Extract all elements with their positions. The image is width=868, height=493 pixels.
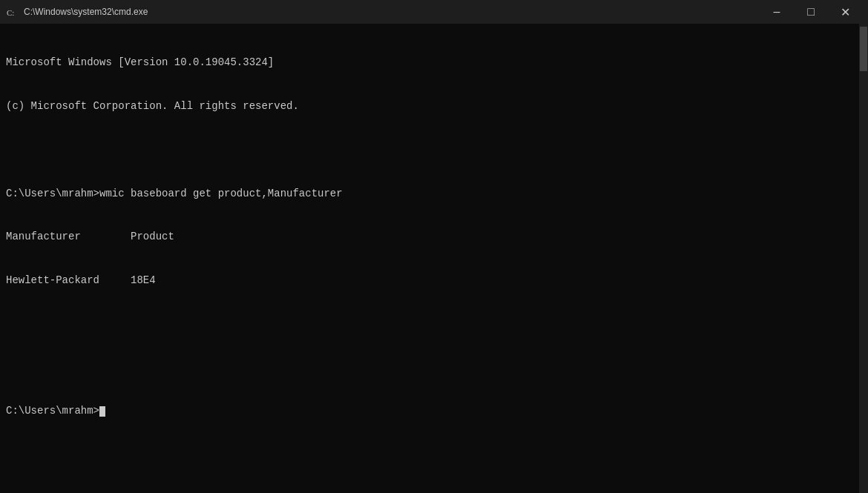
- vertical-scrollbar[interactable]: [859, 24, 868, 493]
- prompt-text: C:\Users\mrahm>: [6, 405, 99, 417]
- prompt-line: C:\Users\mrahm>: [6, 404, 853, 419]
- content-area: Microsoft Windows [Version 10.0.19045.33…: [0, 24, 868, 493]
- output-line-5: Manufacturer Product: [6, 230, 853, 245]
- cmd-window: C: C:\Windows\system32\cmd.exe – □ ✕ Mic…: [0, 0, 868, 493]
- maximize-button[interactable]: □: [794, 0, 828, 24]
- terminal-output[interactable]: Microsoft Windows [Version 10.0.19045.33…: [0, 24, 859, 493]
- output-line-7: [6, 317, 853, 332]
- output-line-4: C:\Users\mrahm>wmic baseboard get produc…: [6, 187, 853, 202]
- output-line-8: [6, 361, 853, 376]
- title-bar: C: C:\Windows\system32\cmd.exe – □ ✕: [0, 0, 868, 24]
- window-title: C:\Windows\system32\cmd.exe: [24, 7, 148, 17]
- output-line-2: (c) Microsoft Corporation. All rights re…: [6, 99, 853, 114]
- close-button[interactable]: ✕: [828, 0, 862, 24]
- window-controls: – □ ✕: [760, 0, 862, 24]
- cursor-blink: [99, 406, 105, 417]
- scrollbar-thumb[interactable]: [860, 27, 867, 71]
- minimize-button[interactable]: –: [760, 0, 794, 24]
- output-line-6: Hewlett-Packard 18E4: [6, 274, 853, 288]
- cmd-icon: C:: [6, 6, 18, 18]
- output-line-3: [6, 143, 853, 158]
- svg-text:C:: C:: [7, 8, 14, 17]
- title-bar-left: C: C:\Windows\system32\cmd.exe: [6, 6, 148, 18]
- output-line-1: Microsoft Windows [Version 10.0.19045.33…: [6, 56, 853, 70]
